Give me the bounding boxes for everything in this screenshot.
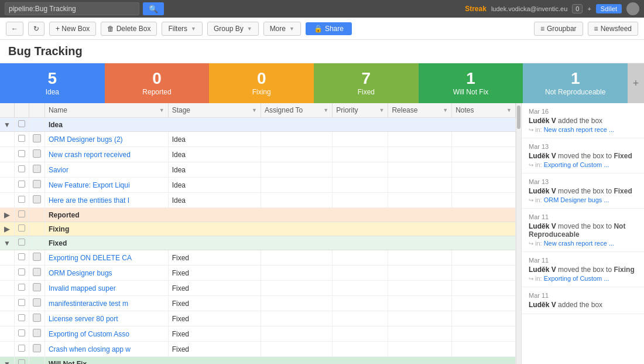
stage-cell-not-reproduceable[interactable]: 1Not Reproduceable xyxy=(523,63,628,103)
row-name-link[interactable]: Invalid mapped super xyxy=(49,284,116,292)
row-name[interactable]: ORM Designer bugs (2) xyxy=(44,132,168,147)
row-name[interactable]: License server 80 port xyxy=(44,311,168,326)
col-name-header[interactable]: Name▼ xyxy=(44,103,168,118)
row-checkbox[interactable] xyxy=(18,165,25,172)
stage-cell-idea[interactable]: 5Idea xyxy=(0,63,105,103)
feed-link[interactable]: New crash report rece ... xyxy=(544,126,614,133)
group-row-idea[interactable]: ▼ Idea xyxy=(0,118,516,132)
scrollbar-track[interactable] xyxy=(516,103,521,364)
row-name-link[interactable]: manifestinteractive test m xyxy=(49,300,128,308)
row-checkbox[interactable] xyxy=(18,135,25,142)
row-name[interactable]: Exporting ON DELETE CA xyxy=(44,250,168,266)
group-checkbox-fixed[interactable] xyxy=(18,239,25,246)
group-row-fixing[interactable]: ▶ Fixing xyxy=(0,222,516,236)
group-row-fixed[interactable]: ▼ Fixed xyxy=(0,236,516,250)
back-button[interactable]: ← xyxy=(6,22,23,36)
col-assigned-header[interactable]: Assigned To▼ xyxy=(261,103,332,118)
group-checkbox-idea[interactable] xyxy=(18,120,25,127)
refresh-button[interactable]: ↻ xyxy=(28,22,44,36)
stage-cell-fixing[interactable]: 0Fixing xyxy=(209,63,314,103)
group-expand-idea[interactable]: ▼ xyxy=(0,118,14,132)
group-checkbox-fixing[interactable] xyxy=(18,224,25,232)
stage-cell-fixed[interactable]: 7Fixed xyxy=(314,63,419,103)
row-name-link[interactable]: Exporting ON DELETE CA xyxy=(49,254,132,262)
row-check[interactable] xyxy=(14,178,29,193)
row-name-link[interactable]: New Feature: Export Liqui xyxy=(49,181,130,189)
col-priority-header[interactable]: Priority▼ xyxy=(333,103,388,118)
row-checkbox[interactable] xyxy=(18,181,25,188)
share-button[interactable]: 🔒 Share xyxy=(306,22,352,35)
pipeline-input[interactable] xyxy=(5,2,139,15)
group-checkbox-reported[interactable] xyxy=(18,210,25,217)
col-stage-header[interactable]: Stage▼ xyxy=(168,103,261,118)
row-checkbox[interactable] xyxy=(18,253,25,260)
row-check[interactable] xyxy=(14,311,29,326)
stage-cell-will-not-fix[interactable]: 1Will Not Fix xyxy=(419,63,523,103)
row-check[interactable] xyxy=(14,193,29,208)
feed-link[interactable]: ORM Designer bugs ... xyxy=(544,196,609,203)
row-checkbox[interactable] xyxy=(18,314,25,321)
row-check[interactable] xyxy=(14,147,29,162)
row-name-link[interactable]: ORM Designer bugs xyxy=(49,269,112,277)
stage-add-button[interactable]: + xyxy=(628,63,644,103)
feed-link[interactable]: Exporting of Custom ... xyxy=(544,275,609,282)
row-name-link[interactable]: Crash when closing app w xyxy=(49,345,131,353)
row-check[interactable] xyxy=(14,250,29,266)
row-name[interactable]: Crash when closing app w xyxy=(44,342,168,357)
search-button[interactable]: 🔍 xyxy=(143,2,164,15)
group-check-will-not-fix[interactable] xyxy=(14,357,29,365)
more-button[interactable]: More▼ xyxy=(263,22,301,36)
col-release-header[interactable]: Release▼ xyxy=(388,103,452,118)
row-name[interactable]: Here are the entities that I xyxy=(44,193,168,208)
row-checkbox[interactable] xyxy=(18,329,25,336)
group-checkbox-will-not-fix[interactable] xyxy=(18,359,25,364)
new-box-button[interactable]: + New Box xyxy=(49,22,96,36)
filters-button[interactable]: Filters▼ xyxy=(162,22,203,36)
stage-cell-reported[interactable]: 0Reported xyxy=(105,63,210,103)
row-name-link[interactable]: Savior xyxy=(49,166,68,174)
group-row-reported[interactable]: ▶ Reported xyxy=(0,208,516,222)
delete-box-button[interactable]: 🗑 Delete Box xyxy=(101,22,157,36)
group-by-button[interactable]: Group By▼ xyxy=(207,22,259,36)
row-check[interactable] xyxy=(14,281,29,296)
row-name-link[interactable]: Exporting of Custom Asso xyxy=(49,330,129,338)
row-name[interactable]: Invalid mapped super xyxy=(44,281,168,296)
row-check[interactable] xyxy=(14,162,29,178)
row-name[interactable]: manifestinteractive test m xyxy=(44,296,168,311)
row-name[interactable]: Exporting of Custom Asso xyxy=(44,326,168,342)
row-name[interactable]: Savior xyxy=(44,162,168,178)
row-name-link[interactable]: ORM Designer bugs (2) xyxy=(49,135,123,144)
row-checkbox[interactable] xyxy=(18,345,25,352)
group-check-idea[interactable] xyxy=(14,118,29,132)
group-expand-fixed[interactable]: ▼ xyxy=(0,236,14,250)
row-checkbox[interactable] xyxy=(18,299,25,306)
feed-link[interactable]: New crash report rece ... xyxy=(544,240,614,247)
row-check[interactable] xyxy=(14,296,29,311)
row-check[interactable] xyxy=(14,342,29,357)
row-checkbox[interactable] xyxy=(18,268,25,275)
row-name-link[interactable]: Here are the entities that I xyxy=(49,196,129,205)
row-check[interactable] xyxy=(14,326,29,342)
row-name-link[interactable]: License server 80 port xyxy=(49,315,118,323)
row-check[interactable] xyxy=(14,266,29,281)
row-checkbox[interactable] xyxy=(18,196,25,203)
row-name-link[interactable]: New crash report received xyxy=(49,151,131,159)
feed-link[interactable]: Exporting of Custom ... xyxy=(544,161,609,168)
group-expand-fixing[interactable]: ▶ xyxy=(0,222,14,236)
scrollbar-thumb[interactable] xyxy=(517,106,520,129)
group-row-will-not-fix[interactable]: ▼ Will Not Fix xyxy=(0,357,516,365)
row-checkbox[interactable] xyxy=(18,150,25,157)
groupbar-button[interactable]: ≡ Groupbar xyxy=(534,22,583,36)
group-check-reported[interactable] xyxy=(14,208,29,222)
row-check[interactable] xyxy=(14,132,29,147)
col-notes-header[interactable]: Notes▼ xyxy=(452,103,516,118)
group-check-fixing[interactable] xyxy=(14,222,29,236)
newsfeed-button[interactable]: ≡ Newsfeed xyxy=(588,22,638,36)
row-name[interactable]: ORM Designer bugs xyxy=(44,266,168,281)
row-checkbox[interactable] xyxy=(18,284,25,291)
group-expand-reported[interactable]: ▶ xyxy=(0,208,14,222)
row-name[interactable]: New crash report received xyxy=(44,147,168,162)
row-name[interactable]: New Feature: Export Liqui xyxy=(44,178,168,193)
group-expand-will-not-fix[interactable]: ▼ xyxy=(0,357,14,365)
group-check-fixed[interactable] xyxy=(14,236,29,250)
